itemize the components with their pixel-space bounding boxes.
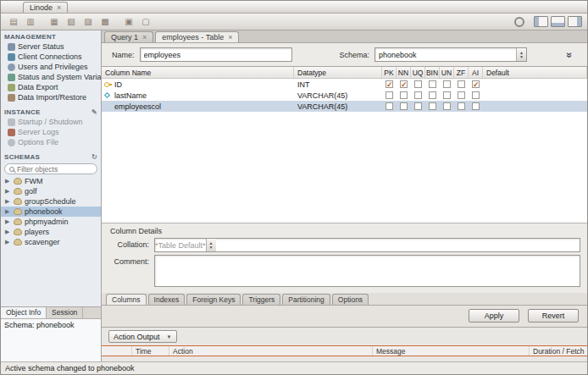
schema-item-players[interactable]: ▶ players	[1, 227, 101, 237]
close-icon[interactable]: ×	[142, 34, 147, 41]
tab-foreign-keys[interactable]: Foreign Keys	[186, 294, 241, 305]
column-row-employeescol[interactable]: employeescol VARCHAR(45)	[102, 101, 587, 112]
comment-textarea[interactable]	[154, 255, 580, 287]
header-default[interactable]: Default	[483, 67, 587, 78]
revert-button[interactable]: Revert	[528, 309, 579, 323]
sidebar-item-data-export[interactable]: Data Export	[1, 82, 101, 92]
sidebar-item-users-privileges[interactable]: Users and Privileges	[1, 62, 101, 72]
bin-checkbox[interactable]	[429, 80, 436, 88]
stepper-icon[interactable]: ▲▼	[516, 48, 526, 61]
chevron-right-icon[interactable]: ▶	[5, 198, 11, 205]
sidebar-item-client-connections[interactable]: Client Connections	[1, 52, 101, 62]
toggle-right-sidebar-icon[interactable]	[568, 16, 582, 27]
new-procedure-icon[interactable]: ▩	[97, 15, 113, 28]
header-column-name[interactable]: Column Name	[102, 67, 294, 78]
schema-item-fwm[interactable]: ▶ FWM	[1, 176, 101, 186]
nn-checkbox[interactable]	[400, 102, 408, 110]
ai-checkbox[interactable]	[472, 80, 480, 88]
column-row-id[interactable]: ID INT	[102, 79, 587, 90]
zf-checkbox[interactable]	[458, 91, 465, 99]
schema-select[interactable]: phonebook ▲▼	[374, 47, 527, 62]
tab-columns[interactable]: Columns	[106, 294, 147, 305]
output-header-action[interactable]: Action	[169, 346, 373, 356]
header-datatype[interactable]: Datatype	[294, 67, 382, 78]
sidebar-item-options-file[interactable]: Options File	[1, 137, 101, 147]
schema-filter-box[interactable]	[4, 163, 97, 174]
uq-checkbox[interactable]	[414, 80, 422, 88]
new-view-icon[interactable]: ▨	[80, 15, 96, 28]
schema-filter-input[interactable]	[17, 165, 92, 174]
output-header-duration[interactable]: Duration / Fetch	[530, 346, 587, 356]
uq-checkbox[interactable]	[414, 91, 422, 99]
output-header-time[interactable]: Time	[132, 346, 169, 356]
tab-triggers[interactable]: Triggers	[242, 294, 280, 305]
un-checkbox[interactable]	[443, 102, 451, 110]
tab-query-1[interactable]: Query 1 ×	[104, 31, 153, 42]
header-zf[interactable]: ZF	[454, 67, 469, 78]
pk-checkbox[interactable]	[386, 80, 393, 88]
pk-checkbox[interactable]	[386, 102, 393, 110]
tab-object-info[interactable]: Object Info	[1, 307, 47, 318]
pk-checkbox[interactable]	[386, 91, 393, 99]
chevron-right-icon[interactable]: ▶	[5, 208, 11, 215]
chevron-right-icon[interactable]: ▶	[5, 178, 11, 185]
toggle-bottom-panel-icon[interactable]	[551, 16, 565, 27]
close-icon[interactable]: ×	[228, 34, 232, 41]
header-un[interactable]: UN	[440, 67, 454, 78]
table-name-input[interactable]	[140, 47, 292, 62]
new-query-tab-icon[interactable]: ▤	[6, 15, 21, 28]
tab-employees-table[interactable]: employees - Table ×	[155, 31, 239, 42]
clock-icon[interactable]	[514, 17, 524, 27]
sidebar-item-status-variables[interactable]: Status and System Variable	[1, 72, 101, 82]
output-header-message[interactable]: Message	[373, 346, 530, 356]
apply-button[interactable]: Apply	[469, 309, 519, 323]
ai-checkbox[interactable]	[472, 91, 480, 99]
refresh-schemas-icon[interactable]: ↻	[92, 153, 97, 161]
header-nn[interactable]: NN	[397, 67, 411, 78]
tab-options[interactable]: Options	[332, 294, 369, 305]
connection-tab[interactable]: Linode ×	[23, 2, 68, 13]
stepper-icon[interactable]: ▲▼	[206, 239, 216, 251]
collapse-header-button[interactable]: »	[558, 47, 580, 62]
toggle-left-sidebar-icon[interactable]	[534, 16, 548, 27]
tab-session[interactable]: Session	[47, 307, 83, 318]
chevron-right-icon[interactable]: ▶	[5, 239, 11, 245]
nn-checkbox[interactable]	[400, 80, 408, 88]
bin-checkbox[interactable]	[429, 91, 436, 99]
new-schema-icon[interactable]: ▦	[47, 15, 62, 28]
ai-checkbox[interactable]	[472, 102, 480, 110]
collation-select[interactable]: *Table Default* ▲▼	[154, 238, 580, 252]
chevron-right-icon[interactable]: ▶	[5, 188, 11, 195]
chevron-right-icon[interactable]: ▶	[5, 229, 11, 235]
instance-edit-icon[interactable]: ✎	[92, 108, 97, 116]
header-ai[interactable]: AI	[469, 67, 483, 78]
schema-item-phonebook[interactable]: ▶ phonebook	[1, 207, 101, 217]
zf-checkbox[interactable]	[458, 102, 465, 110]
reconnect-db-icon[interactable]: ▢	[138, 15, 153, 28]
column-row-lastname[interactable]: lastName VARCHAR(45)	[102, 90, 587, 101]
schema-item-groupschedule[interactable]: ▶ groupSchedule	[1, 196, 101, 207]
uq-checkbox[interactable]	[414, 102, 422, 110]
bin-checkbox[interactable]	[429, 102, 436, 110]
chevron-right-icon[interactable]: ▶	[5, 218, 11, 225]
un-checkbox[interactable]	[443, 91, 451, 99]
sidebar-item-server-status[interactable]: Server Status	[1, 41, 101, 52]
sidebar-item-startup-shutdown[interactable]: Startup / Shutdown	[1, 117, 101, 127]
zf-checkbox[interactable]	[458, 80, 465, 88]
header-uq[interactable]: UQ	[411, 67, 425, 78]
schema-item-phpmyadmin[interactable]: ▶ phpmyadmin	[1, 217, 101, 227]
sidebar-item-server-logs[interactable]: Server Logs	[1, 127, 101, 137]
schema-item-scavenger[interactable]: ▶ scavenger	[1, 237, 101, 247]
schema-item-golf[interactable]: ▶ golf	[1, 186, 101, 196]
open-sql-script-icon[interactable]: ▥	[23, 15, 38, 28]
nn-checkbox[interactable]	[400, 91, 408, 99]
new-table-icon[interactable]: ▧	[64, 15, 79, 28]
tab-partitioning[interactable]: Partitioning	[282, 294, 330, 305]
header-bin[interactable]: BIN	[425, 67, 440, 78]
tab-indexes[interactable]: Indexes	[148, 294, 186, 305]
search-table-data-icon[interactable]: ▣	[121, 15, 136, 28]
output-type-select[interactable]: Action Output ▼	[108, 330, 177, 343]
close-icon[interactable]: ×	[57, 4, 61, 12]
sidebar-item-data-import[interactable]: Data Import/Restore	[1, 92, 101, 102]
header-pk[interactable]: PK	[382, 67, 397, 78]
